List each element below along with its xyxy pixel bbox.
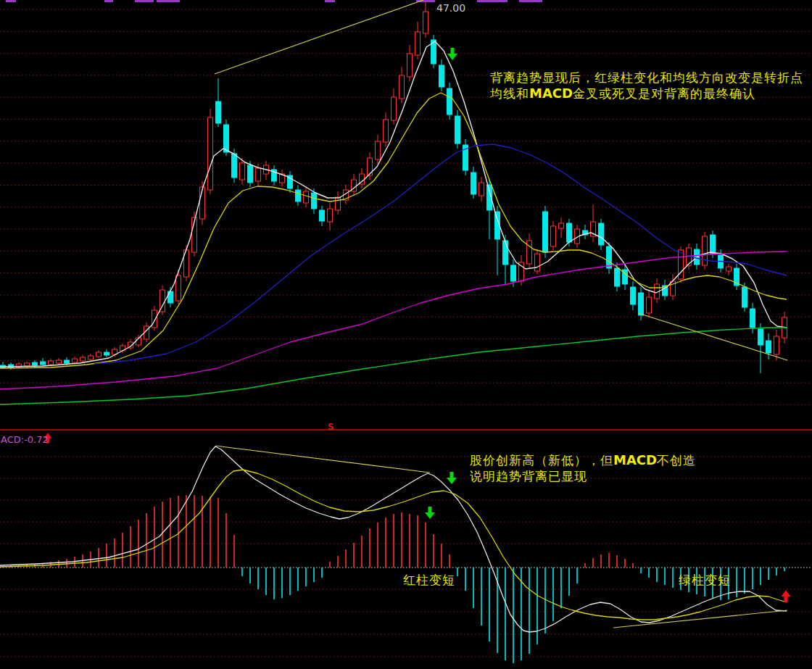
candle-body-down bbox=[599, 223, 604, 245]
candle-body-down bbox=[248, 165, 253, 183]
annotation-macd-word: MACD bbox=[529, 86, 573, 101]
candle-body-up bbox=[304, 191, 309, 203]
candle-body-up bbox=[647, 297, 652, 313]
candle-body-up bbox=[392, 97, 397, 120]
candle-body-down bbox=[750, 309, 755, 328]
candle-body-up bbox=[703, 236, 708, 265]
macd-trendline bbox=[613, 610, 787, 628]
candle-body-down bbox=[639, 293, 644, 315]
macd-annotation-macd-word: MACD bbox=[613, 452, 657, 468]
macd-annotation-line-2: 说明趋势背离已显现 bbox=[470, 469, 696, 484]
candle-body-up bbox=[479, 183, 484, 196]
candle-body-up bbox=[49, 361, 54, 365]
candle-body-down bbox=[41, 362, 46, 365]
candle-body-down bbox=[447, 88, 452, 115]
candle-body-up bbox=[423, 12, 428, 33]
candle-body-down bbox=[33, 362, 38, 365]
green-bars-shorten-label: 绿柱变短 bbox=[679, 573, 731, 588]
candle-body-up bbox=[208, 117, 213, 190]
pane-splitter-mark[interactable]: S bbox=[328, 422, 334, 433]
red-bars-shorten-label: 红柱变短 bbox=[403, 573, 455, 588]
candle-body-down bbox=[567, 223, 572, 242]
macd-value-label: ACD:-0.72 bbox=[1, 434, 49, 446]
candle-body-up bbox=[72, 359, 78, 362]
price-trendline bbox=[638, 313, 787, 360]
ma-line-MA-green bbox=[0, 328, 787, 404]
candle-body-up bbox=[25, 363, 30, 366]
down-arrow-icon bbox=[447, 48, 457, 60]
candle-body-up bbox=[384, 120, 389, 142]
annotation-line2-post: 金叉或死叉是对背离的最终确认 bbox=[573, 86, 755, 101]
candle-body-down bbox=[511, 265, 516, 281]
candle-body-up bbox=[399, 75, 405, 99]
candle-body-down bbox=[168, 291, 173, 303]
candle-body-up bbox=[527, 241, 532, 264]
candle-body-down bbox=[543, 212, 548, 252]
candle-body-up bbox=[88, 356, 94, 360]
candle-body-up bbox=[57, 360, 62, 363]
macd-trendline bbox=[215, 446, 430, 473]
candle-body-down bbox=[216, 101, 221, 123]
down-arrow-icon bbox=[447, 472, 457, 484]
candle-body-down bbox=[296, 190, 301, 201]
candle-body-up bbox=[256, 168, 261, 181]
candle-body-down bbox=[607, 246, 612, 268]
candle-body-down bbox=[312, 193, 317, 209]
candle-body-up bbox=[551, 226, 556, 246]
candle-body-up bbox=[774, 336, 779, 354]
candle-body-down bbox=[631, 287, 636, 304]
candle-body-up bbox=[240, 163, 245, 180]
price-trendline bbox=[215, 0, 423, 74]
macd-annotation-line-1: 股价创新高（新低），但MACD不创造 bbox=[470, 452, 696, 469]
divergence-annotation-top: 背离趋势显现后，红绿柱变化和均线方向改变是转折点 均线和MACD金叉或死叉是对背… bbox=[490, 70, 803, 102]
candle-body-up bbox=[535, 254, 540, 271]
annotation-line-2: 均线和MACD金叉或死叉是对背离的最终确认 bbox=[490, 86, 803, 102]
candle-body-down bbox=[104, 352, 109, 355]
candle-body-down bbox=[439, 65, 444, 87]
candle-body-up bbox=[96, 352, 102, 357]
macd-annotation-line1-pre: 股价创新高（新低），但 bbox=[470, 453, 613, 468]
candle-body-down bbox=[710, 235, 716, 254]
peak-price-label: 47.00 bbox=[436, 2, 465, 15]
candle-body-down bbox=[615, 268, 620, 286]
candle-body-down bbox=[503, 241, 508, 265]
divergence-annotation-macd: 股价创新高（新低），但MACD不创造 说明趋势背离已显现 bbox=[470, 452, 696, 484]
candle-body-up bbox=[328, 209, 333, 222]
ma-line-MA-magenta bbox=[0, 252, 787, 389]
macd-annotation-line1-post: 不创造 bbox=[657, 453, 696, 468]
annotation-line-1: 背离趋势显现后，红绿柱变化和均线方向改变是转折点 bbox=[490, 70, 803, 86]
candle-body-down bbox=[224, 125, 229, 152]
candle-body-up bbox=[726, 267, 732, 271]
candle-body-up bbox=[415, 32, 420, 55]
candle-body-down bbox=[471, 173, 476, 194]
candle-body-up bbox=[80, 357, 86, 361]
candle-body-up bbox=[376, 141, 381, 159]
candle-body-down bbox=[65, 360, 70, 363]
candle-body-up bbox=[559, 223, 564, 228]
candle-body-up bbox=[336, 197, 341, 210]
candle-body-up bbox=[176, 275, 181, 301]
candle-body-down bbox=[758, 329, 763, 345]
up-arrow-icon bbox=[782, 590, 791, 602]
annotation-line2-pre: 均线和 bbox=[490, 86, 529, 101]
candle-body-down bbox=[742, 287, 747, 307]
candle-body-down bbox=[320, 210, 325, 221]
candle-body-down bbox=[766, 341, 771, 353]
candle-body-down bbox=[455, 116, 460, 144]
chart-window: 47.00 背离趋势显现后，红绿柱变化和均线方向改变是转折点 均线和MACD金叉… bbox=[0, 0, 812, 669]
candle-body-down bbox=[232, 154, 237, 178]
down-arrow-icon bbox=[425, 507, 435, 519]
candle-body-up bbox=[407, 54, 413, 77]
